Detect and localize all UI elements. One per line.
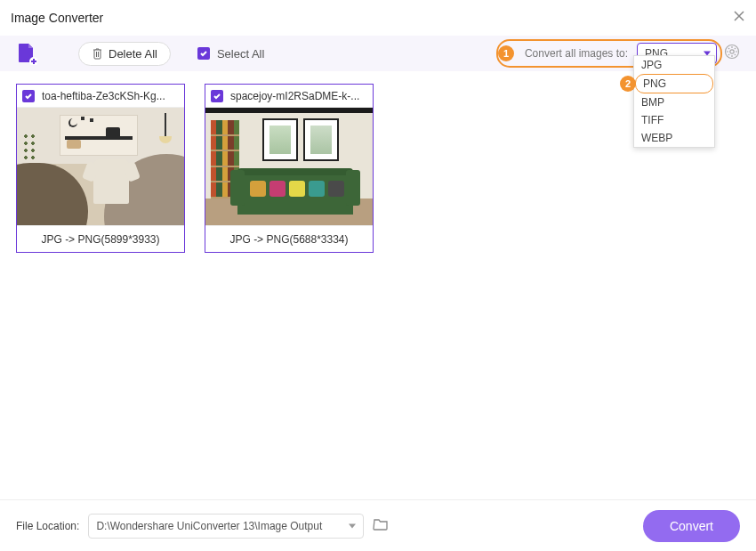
annotation-step-1-badge: 1 xyxy=(498,45,514,61)
card-filename: spacejoy-mI2RSaDME-k-... xyxy=(230,90,367,102)
image-card[interactable]: toa-heftiba-Ze3cKSh-Kg... JPG -> PNG(589… xyxy=(16,84,185,253)
card-filename: toa-heftiba-Ze3cKSh-Kg... xyxy=(42,90,179,102)
settings-icon[interactable] xyxy=(724,44,740,63)
format-dropdown: JPG 2 PNG BMP TIFF WEBP xyxy=(633,55,715,148)
card-checkbox[interactable] xyxy=(211,90,223,102)
close-icon[interactable] xyxy=(733,10,745,26)
select-all-checkbox[interactable]: Select All xyxy=(197,47,264,61)
format-option-webp[interactable]: WEBP xyxy=(634,129,714,147)
titlebar: Image Converter xyxy=(0,0,756,36)
format-option-png[interactable]: 2 PNG xyxy=(635,74,713,93)
delete-all-label: Delete All xyxy=(109,47,157,61)
image-card[interactable]: spacejoy-mI2RSaDME-k-... JPG -> PNG(5688… xyxy=(205,84,374,253)
annotation-step-2-badge: 2 xyxy=(620,76,636,92)
file-location-label: File Location: xyxy=(16,520,79,532)
footer: File Location: D:\Wondershare UniConvert… xyxy=(0,499,756,551)
card-checkbox[interactable] xyxy=(22,90,35,102)
file-location-dropdown[interactable]: D:\Wondershare UniConverter 13\Image Out… xyxy=(88,514,364,539)
add-file-button[interactable] xyxy=(16,42,37,65)
card-conversion-info: JPG -> PNG(5899*3933) xyxy=(17,225,184,252)
card-thumbnail xyxy=(205,108,373,225)
trash-icon xyxy=(92,47,103,60)
window-title: Image Converter xyxy=(11,11,103,25)
convert-button[interactable]: Convert xyxy=(643,510,740,542)
svg-point-2 xyxy=(730,50,734,53)
file-location-value: D:\Wondershare UniConverter 13\Image Out… xyxy=(96,520,322,532)
card-header: spacejoy-mI2RSaDME-k-... xyxy=(205,85,373,108)
select-all-label: Select All xyxy=(217,47,264,61)
card-conversion-info: JPG -> PNG(5688*3334) xyxy=(205,225,373,252)
format-option-png-label: PNG xyxy=(643,77,666,90)
delete-all-button[interactable]: Delete All xyxy=(78,42,171,66)
card-header: toa-heftiba-Ze3cKSh-Kg... xyxy=(17,85,184,108)
convert-to-label: Convert all images to: xyxy=(525,47,628,60)
format-option-jpg[interactable]: JPG xyxy=(634,56,714,74)
format-option-bmp[interactable]: BMP xyxy=(634,93,714,111)
checkbox-checked-icon xyxy=(197,47,210,60)
card-thumbnail xyxy=(17,108,184,225)
open-folder-icon[interactable] xyxy=(373,517,389,535)
format-option-tiff[interactable]: TIFF xyxy=(634,111,714,129)
